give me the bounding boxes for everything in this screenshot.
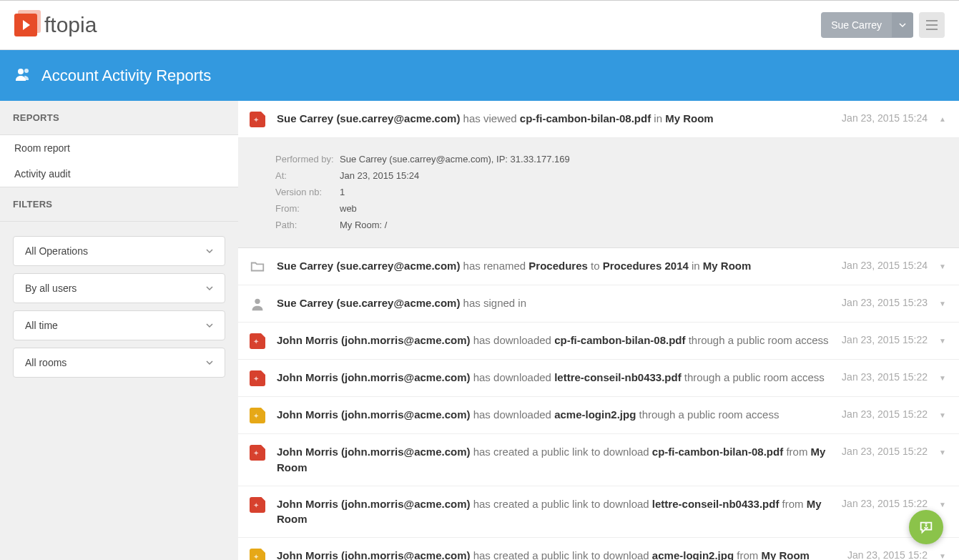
jpg-file-icon xyxy=(250,408,265,423)
sidebar: REPORTS Room report Activity audit FILTE… xyxy=(0,101,238,560)
expand-toggle-icon[interactable]: ▼ xyxy=(939,552,946,560)
filter-users[interactable]: By all users xyxy=(13,273,225,303)
topbar-right: Sue Carrey xyxy=(821,12,945,38)
actor-name: John Morris (john.morris@acme.com) xyxy=(277,446,471,458)
activity-row[interactable]: John Morris (john.morris@acme.com) has c… xyxy=(238,538,959,560)
actor-name: Sue Carrey (sue.carrey@acme.com) xyxy=(277,260,460,272)
action-text: has created a public link to download xyxy=(473,498,649,510)
activity-timestamp: Jan 23, 2015 15:24 xyxy=(842,260,928,271)
activity-description: John Morris (john.morris@acme.com) has d… xyxy=(277,407,830,423)
object-name: cp-fi-cambon-bilan-08.pdf xyxy=(520,112,651,124)
detail-value: 1 xyxy=(340,187,345,197)
location-name: My Room xyxy=(761,549,810,560)
action-text: to xyxy=(591,260,600,272)
reports-heading: REPORTS xyxy=(0,101,238,135)
object-name: acme-login2.jpg xyxy=(554,408,636,421)
expand-toggle-icon[interactable]: ▼ xyxy=(939,262,946,270)
svg-point-0 xyxy=(18,69,24,74)
help-chat-button[interactable] xyxy=(909,510,943,544)
activity-row[interactable]: Sue Carrey (sue.carrey@acme.com) has ren… xyxy=(238,248,959,285)
filter-time[interactable]: All time xyxy=(13,310,225,340)
logo[interactable]: ftopia xyxy=(14,13,97,37)
filters-heading: FILTERS xyxy=(0,187,238,222)
detail-label: At: xyxy=(275,170,340,181)
sidebar-item-activity-audit[interactable]: Activity audit xyxy=(0,161,238,187)
filter-rooms-label: All rooms xyxy=(25,357,67,368)
activity-timestamp: Jan 23, 2015 15:22 xyxy=(842,408,928,420)
object-name: lettre-conseil-nb0433.pdf xyxy=(652,498,780,510)
activity-description: John Morris (john.morris@acme.com) has d… xyxy=(277,333,830,348)
object-name: cp-fi-cambon-bilan-08.pdf xyxy=(554,334,685,346)
filter-rooms[interactable]: All rooms xyxy=(13,348,225,378)
topbar: ftopia Sue Carrey xyxy=(0,0,959,50)
expand-toggle-icon[interactable]: ▼ xyxy=(939,374,946,382)
actor-name: John Morris (john.morris@acme.com) xyxy=(277,371,471,383)
activity-row[interactable]: Sue Carrey (sue.carrey@acme.com) has vie… xyxy=(238,101,959,138)
actor-name: Sue Carrey (sue.carrey@acme.com) xyxy=(277,112,460,124)
chevron-down-icon xyxy=(892,13,913,37)
detail-value: web xyxy=(340,203,357,214)
people-icon xyxy=(14,66,31,85)
chevron-down-icon xyxy=(206,283,213,294)
expand-toggle-icon[interactable]: ▼ xyxy=(939,300,946,308)
user-menu-button[interactable]: Sue Carrey xyxy=(821,12,913,38)
activity-timestamp: Jan 23, 2015 15:24 xyxy=(842,112,928,124)
expand-toggle-icon[interactable]: ▼ xyxy=(939,501,946,509)
action-text: in xyxy=(654,112,662,124)
activity-row[interactable]: John Morris (john.morris@acme.com) has c… xyxy=(238,434,959,486)
expand-toggle-icon[interactable]: ▼ xyxy=(939,337,946,345)
object-name: lettre-conseil-nb0433.pdf xyxy=(554,371,682,383)
action-text: has downloaded xyxy=(473,334,551,346)
folder-icon xyxy=(250,259,265,275)
filter-users-label: By all users xyxy=(25,283,77,294)
object-name: acme-login2.jpg xyxy=(652,549,734,560)
activity-row[interactable]: John Morris (john.morris@acme.com) has d… xyxy=(238,397,959,434)
action-text: has created a public link to download xyxy=(473,446,649,458)
pdf-file-icon xyxy=(250,112,265,127)
svg-point-1 xyxy=(24,69,29,73)
expand-toggle-icon[interactable]: ▼ xyxy=(939,448,946,456)
actor-name: John Morris (john.morris@acme.com) xyxy=(277,408,471,421)
location-name: My Room xyxy=(703,260,752,272)
activity-row[interactable]: Sue Carrey (sue.carrey@acme.com) has sig… xyxy=(238,285,959,323)
object-name: Procedures xyxy=(528,260,588,272)
filter-time-label: All time xyxy=(25,320,58,331)
chevron-down-icon xyxy=(206,357,213,368)
svg-point-3 xyxy=(926,526,927,526)
action-text: has created a public link to download xyxy=(473,549,649,560)
svg-point-2 xyxy=(255,299,260,304)
detail-label: Path: xyxy=(275,220,340,230)
activity-details: Performed by:Sue Carrey (sue.carrey@acme… xyxy=(238,138,959,248)
activity-row[interactable]: John Morris (john.morris@acme.com) has c… xyxy=(238,486,959,539)
expand-toggle-icon[interactable]: ▼ xyxy=(939,411,946,419)
action-text: has viewed xyxy=(463,112,517,124)
actor-name: John Morris (john.morris@acme.com) xyxy=(277,334,471,346)
filter-operations[interactable]: All Operations xyxy=(13,236,225,266)
activity-timestamp: Jan 23, 2015 15:23 xyxy=(842,297,928,308)
expand-toggle-icon[interactable]: ▲ xyxy=(939,115,946,123)
sidebar-item-room-report[interactable]: Room report xyxy=(0,135,238,161)
actor-name: Sue Carrey (sue.carrey@acme.com) xyxy=(277,297,460,309)
action-text: has renamed xyxy=(463,260,526,272)
activity-row[interactable]: John Morris (john.morris@acme.com) has d… xyxy=(238,323,959,360)
pdf-file-icon xyxy=(250,445,265,461)
activity-description: Sue Carrey (sue.carrey@acme.com) has ren… xyxy=(277,258,830,274)
object-name: cp-fi-cambon-bilan-08.pdf xyxy=(652,446,783,458)
activity-timestamp: Jan 23, 2015 15:22 xyxy=(842,371,928,383)
activity-list: Sue Carrey (sue.carrey@acme.com) has vie… xyxy=(238,101,959,560)
pdf-file-icon xyxy=(250,497,265,513)
page-title: Account Activity Reports xyxy=(41,67,211,85)
chevron-down-icon xyxy=(206,320,213,331)
hamburger-menu-button[interactable] xyxy=(919,12,945,38)
detail-value: Sue Carrey (sue.carrey@acme.com), IP: 31… xyxy=(340,154,570,164)
activity-timestamp: Jan 23, 2015 15:22 xyxy=(842,446,928,457)
detail-value: My Room: / xyxy=(340,220,387,230)
activity-timestamp: Jan 23, 2015 15:22 xyxy=(842,334,928,345)
activity-description: John Morris (john.morris@acme.com) has c… xyxy=(277,496,830,528)
activity-row[interactable]: John Morris (john.morris@acme.com) has d… xyxy=(238,360,959,397)
object-name: Procedures 2014 xyxy=(603,260,689,272)
reports-links: Room report Activity audit xyxy=(0,135,238,187)
action-text: has downloaded xyxy=(473,408,551,421)
action-text: from xyxy=(782,498,804,510)
activity-timestamp: Jan 23, 2015 15:22 xyxy=(842,498,928,509)
